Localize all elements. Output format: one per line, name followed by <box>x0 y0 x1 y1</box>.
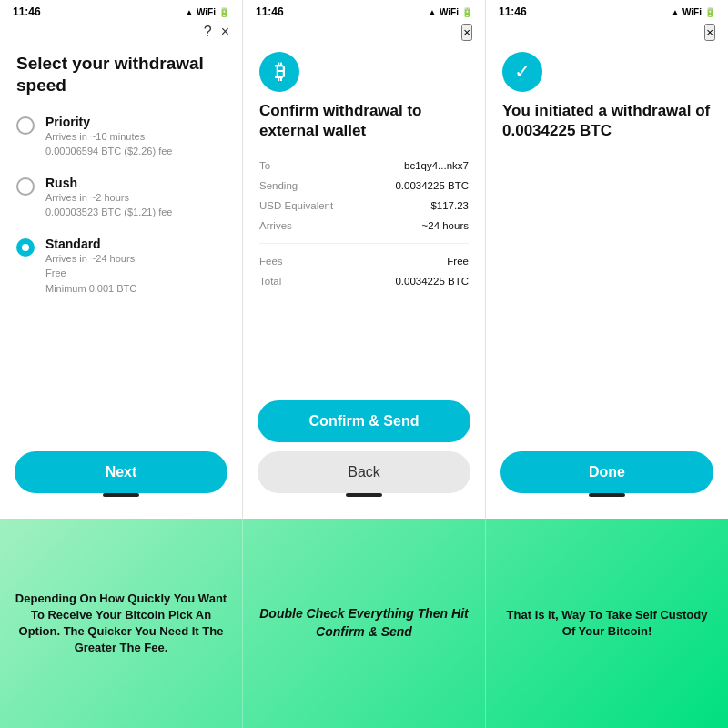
screen2-header: × <box>243 22 485 46</box>
battery-icon-3: 🔋 <box>704 7 715 17</box>
screen-withdrawal-initiated: 11:46 ▲ WiFi 🔋 × ✓ You initiated a withd… <box>486 0 728 519</box>
screen1-footer: Next <box>0 442 242 519</box>
status-time-3: 11:46 <box>499 5 527 18</box>
detail-label-arrives: Arrives <box>259 216 354 236</box>
done-button[interactable]: Done <box>500 451 713 493</box>
home-indicator-3 <box>589 493 625 497</box>
caption-text-3: That Is It, Way To Take Self Custody Of … <box>499 607 715 640</box>
detail-value-total: 0.0034225 BTC <box>354 271 470 291</box>
help-button[interactable]: ? <box>204 24 212 40</box>
caption-cell-2: Double Check Everything Then Hit Confirm… <box>243 519 486 728</box>
option-priority-name: Priority <box>46 115 172 129</box>
detail-row-usd: USD Equivalent $117.23 <box>259 196 469 216</box>
detail-label-to: To <box>259 156 354 176</box>
status-time-1: 11:46 <box>13 5 41 18</box>
caption-cell-3: That Is It, Way To Take Self Custody Of … <box>486 519 728 728</box>
signal-icon-1: ▲ <box>185 7 194 17</box>
detail-label-sending: Sending <box>259 176 354 196</box>
screen-confirm-withdrawal: 11:46 ▲ WiFi 🔋 × ₿ Confirm withdrawal to… <box>243 0 486 519</box>
option-rush-detail1: Arrives in ~2 hours <box>46 190 172 206</box>
status-time-2: 11:46 <box>256 5 284 18</box>
check-icon: ✓ <box>502 52 542 92</box>
detail-row-total: Total 0.0034225 BTC <box>259 271 469 291</box>
signal-icon-2: ▲ <box>428 7 437 17</box>
close-button-1[interactable]: × <box>221 24 229 40</box>
confirm-send-button[interactable]: Confirm & Send <box>258 400 470 442</box>
screen3-body: ✓ You initiated a withdrawal of 0.003422… <box>486 46 728 442</box>
next-button[interactable]: Next <box>15 451 228 493</box>
divider <box>259 243 469 244</box>
screen2-title: Confirm withdrawal to external wallet <box>259 101 469 141</box>
screen3-header: × <box>486 22 728 46</box>
screens-row: 11:46 ▲ WiFi 🔋 ? × Select your withdrawa… <box>0 0 728 519</box>
detail-label-total: Total <box>259 271 354 291</box>
status-bar-3: 11:46 ▲ WiFi 🔋 <box>486 0 728 22</box>
detail-label-fees: Fees <box>259 251 354 271</box>
detail-value-to: bc1qy4...nkx7 <box>354 156 470 176</box>
home-indicator-1 <box>103 493 139 497</box>
option-rush-detail2: 0.00003523 BTC ($1.21) fee <box>46 205 172 220</box>
detail-table-2: Fees Free Total 0.0034225 BTC <box>259 251 469 291</box>
option-standard-detail2: Free <box>46 266 136 281</box>
option-rush-name: Rush <box>46 176 172 190</box>
status-icons-1: ▲ WiFi 🔋 <box>185 7 229 17</box>
home-indicator-2 <box>346 493 382 497</box>
detail-table-1: To bc1qy4...nkx7 Sending 0.0034225 BTC U… <box>259 156 469 236</box>
detail-value-sending: 0.0034225 BTC <box>354 176 470 196</box>
detail-row-fees: Fees Free <box>259 251 469 271</box>
caption-cell-1: Depending On How Quickly You Want To Rec… <box>0 519 243 728</box>
wifi-icon-1: WiFi <box>197 7 216 17</box>
detail-value-arrives: ~24 hours <box>354 216 470 236</box>
option-priority[interactable]: Priority Arrives in ~10 minutes 0.000065… <box>16 115 226 159</box>
status-icons-2: ▲ WiFi 🔋 <box>428 7 472 17</box>
detail-value-fees: Free <box>354 251 470 271</box>
close-button-2[interactable]: × <box>461 24 472 41</box>
status-bar-2: 11:46 ▲ WiFi 🔋 <box>243 0 485 22</box>
wifi-icon-2: WiFi <box>440 7 459 17</box>
wifi-icon-3: WiFi <box>682 7 702 17</box>
detail-row-arrives: Arrives ~24 hours <box>259 216 469 236</box>
option-standard[interactable]: Standard Arrives in ~24 hours Free Minim… <box>16 237 226 297</box>
radio-priority[interactable] <box>16 116 35 135</box>
detail-row-sending: Sending 0.0034225 BTC <box>259 176 469 196</box>
screen1-title: Select your withdrawal speed <box>16 53 226 96</box>
battery-icon-2: 🔋 <box>461 7 472 17</box>
detail-label-usd: USD Equivalent <box>259 196 354 216</box>
btc-icon: ₿ <box>259 52 299 92</box>
radio-rush[interactable] <box>16 177 35 196</box>
option-standard-detail3: Minimum 0.001 BTC <box>46 281 136 297</box>
screen2-footer: Confirm & Send Back <box>243 391 485 519</box>
caption-text-1: Depending On How Quickly You Want To Rec… <box>13 591 229 657</box>
screen1-header: ? × <box>0 22 242 46</box>
caption-text-2: Double Check Everything Then Hit Confirm… <box>256 605 472 641</box>
detail-row-to: To bc1qy4...nkx7 <box>259 156 469 176</box>
screen3-title: You initiated a withdrawal of 0.0034225 … <box>502 101 712 141</box>
option-priority-detail1: Arrives in ~10 minutes <box>46 129 172 145</box>
signal-icon-3: ▲ <box>671 7 680 17</box>
detail-value-usd: $117.23 <box>354 196 470 216</box>
battery-icon-1: 🔋 <box>218 7 229 17</box>
back-button[interactable]: Back <box>258 451 470 493</box>
status-bar-1: 11:46 ▲ WiFi 🔋 <box>0 0 242 22</box>
screen2-body: ₿ Confirm withdrawal to external wallet … <box>243 46 485 391</box>
option-rush[interactable]: Rush Arrives in ~2 hours 0.00003523 BTC … <box>16 176 226 220</box>
option-priority-detail2: 0.00006594 BTC ($2.26) fee <box>46 144 172 159</box>
screen-withdrawal-speed: 11:46 ▲ WiFi 🔋 ? × Select your withdrawa… <box>0 0 243 519</box>
screen3-footer: Done <box>486 442 728 519</box>
option-standard-detail1: Arrives in ~24 hours <box>46 251 136 267</box>
radio-standard[interactable] <box>16 238 35 257</box>
option-standard-name: Standard <box>46 237 136 251</box>
captions-row: Depending On How Quickly You Want To Rec… <box>0 519 728 728</box>
screen1-body: Select your withdrawal speed Priority Ar… <box>0 46 242 442</box>
close-button-3[interactable]: × <box>704 24 715 41</box>
status-icons-3: ▲ WiFi 🔋 <box>671 7 715 17</box>
